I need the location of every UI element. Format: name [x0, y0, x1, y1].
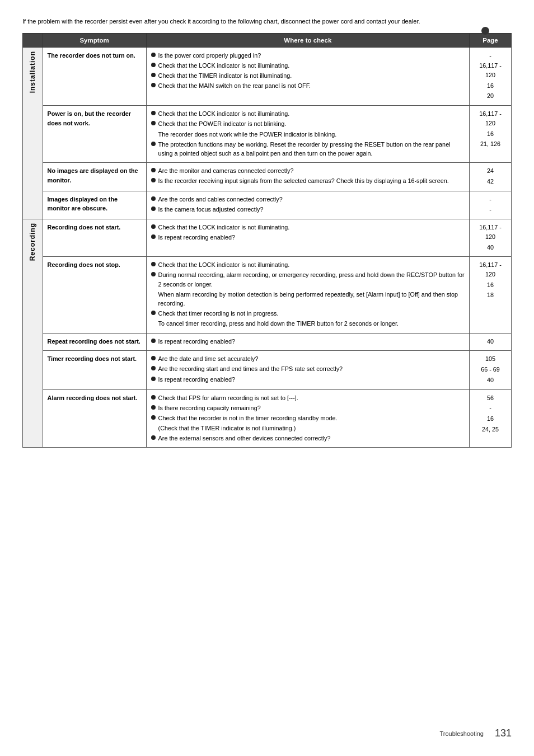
symptom-cell: Power is on, but the recorder does not w…: [43, 106, 146, 163]
check-text: Are the recording start and end times an…: [158, 364, 465, 373]
check-cell: Are the cords and cables connected corre…: [146, 191, 469, 219]
page-entry: 24, 25: [474, 425, 507, 434]
page-entry: 16: [474, 414, 507, 424]
page-entry: -: [474, 51, 507, 60]
bullet-item: During normal recording, alarm recording…: [151, 270, 465, 288]
bullet-item: Is the power cord properly plugged in?: [151, 51, 465, 60]
page-cell: 16,117 - 1201618: [470, 257, 512, 333]
page-entry: 16,117 - 120: [474, 260, 507, 279]
section-label-recording: Recording: [23, 219, 43, 448]
page-entry: 16,117 - 120: [474, 61, 507, 79]
check-text: Check that the LOCK indicator is not ill…: [158, 223, 465, 232]
bullet-item: Check that the MAIN switch on the rear p…: [151, 81, 465, 90]
page-entry: 66 - 69: [474, 365, 507, 374]
symptom-cell: Recording does not stop.: [43, 257, 146, 333]
bullet-item: The protection functions may be working.…: [151, 140, 465, 158]
bullet-icon: [151, 405, 156, 410]
page-entry: -: [474, 403, 507, 413]
page-entry: 40: [474, 337, 507, 346]
check-text: Check that the TIMER indicator is not il…: [158, 71, 465, 80]
page-entry: 16,117 - 120: [474, 223, 507, 241]
bullet-item: Is repeat recording enabled?: [151, 375, 465, 384]
check-text: Is repeat recording enabled?: [158, 375, 465, 384]
bullet-item: Are the recording start and end times an…: [151, 364, 465, 373]
sub-check-text: The recorder does not work while the POW…: [158, 130, 465, 139]
bullet-item: Check that FPS for alarm recording is no…: [151, 393, 465, 402]
footer-label: Troubleshooting: [439, 730, 483, 737]
symptom-cell: Alarm recording does not start.: [43, 389, 146, 448]
check-text: Are the date and time set accurately?: [158, 354, 465, 363]
check-cell: Check that the LOCK indicator is not ill…: [146, 219, 469, 257]
col-header-check: Where to check: [146, 33, 469, 47]
check-text: Is the power cord properly plugged in?: [158, 51, 465, 60]
bullet-item: Are the external sensors and other devic…: [151, 434, 465, 443]
bullet-item: Is repeat recording enabled?: [151, 233, 465, 242]
bullet-icon: [151, 178, 156, 182]
check-text: Are the cords and cables connected corre…: [158, 195, 465, 204]
page-entry: -: [474, 195, 507, 204]
bullet-icon: [151, 196, 156, 201]
page-cell: 10566 - 6940: [470, 351, 512, 389]
check-cell: Check that the LOCK indicator is not ill…: [146, 257, 469, 333]
page-entry: 105: [474, 354, 507, 364]
check-cell: Check that FPS for alarm recording is no…: [146, 389, 469, 448]
page-entry: 56: [474, 393, 507, 403]
bullet-icon: [151, 121, 156, 125]
bullet-item: Check that the LOCK indicator is not ill…: [151, 260, 465, 269]
check-text: Check that FPS for alarm recording is no…: [158, 393, 465, 402]
check-cell: Are the date and time set accurately?Are…: [146, 351, 469, 389]
check-text: Is repeat recording enabled?: [158, 233, 465, 242]
page-entry: 21, 126: [474, 139, 507, 149]
symptom-cell: Images displayed on the monitor are obsc…: [43, 191, 146, 219]
col-header-symptom: Symptom: [43, 33, 146, 47]
check-cell: Is the power cord properly plugged in?Ch…: [146, 47, 469, 106]
bullet-icon: [151, 111, 156, 115]
page-cell: --: [470, 191, 512, 219]
symptom-cell: The recorder does not turn on.: [43, 47, 146, 106]
bullet-icon: [151, 339, 156, 343]
page-entry: 16: [474, 81, 507, 91]
check-text: During normal recording, alarm recording…: [158, 270, 465, 288]
bullet-icon: [151, 415, 156, 420]
bullet-item: Check that the LOCK indicator is not ill…: [151, 61, 465, 70]
bullet-icon: [151, 395, 156, 400]
page-entry: -: [474, 205, 507, 214]
check-text: Check that the LOCK indicator is not ill…: [158, 109, 465, 118]
bullet-icon: [151, 377, 156, 381]
check-text: Is repeat recording enabled?: [158, 337, 465, 346]
symptom-cell: Recording does not start.: [43, 219, 146, 257]
bullet-item: Check that the recorder is not in the ti…: [151, 414, 465, 422]
check-text: Check that the LOCK indicator is not ill…: [158, 61, 465, 70]
check-text: Are the external sensors and other devic…: [158, 434, 465, 443]
page-entry: 42: [474, 177, 507, 186]
bullet-icon: [151, 63, 156, 67]
page-entry: 18: [474, 290, 507, 300]
bullet-item: Check that the POWER indicator is not bl…: [151, 119, 465, 128]
footer-page-number: 131: [495, 727, 512, 739]
page-entry: 16: [474, 280, 507, 290]
page-footer: Troubleshooting 131: [439, 727, 512, 739]
bullet-icon: [151, 366, 156, 370]
page-entry: 20: [474, 91, 507, 101]
col-header-section: [23, 33, 43, 47]
check-text: Check that the MAIN switch on the rear p…: [158, 81, 465, 90]
bullet-item: Is there recording capacity remaining?: [151, 403, 465, 412]
page-cell: 2442: [470, 163, 512, 191]
symptom-cell: No images are displayed on the monitor.: [43, 163, 146, 191]
bullet-icon: [151, 356, 156, 360]
bullet-item: Check that timer recording is not in pro…: [151, 309, 465, 318]
bullet-item: Check that the LOCK indicator is not ill…: [151, 223, 465, 232]
page-cell: 16,117 - 1201621, 126: [470, 106, 512, 163]
page-cell: 40: [470, 333, 512, 351]
page-cell: 56-1624, 25: [470, 389, 512, 448]
col-header-page: Page: [470, 33, 512, 47]
page-marker: [481, 27, 489, 35]
bullet-icon: [151, 224, 156, 229]
check-text: Are the monitor and cameras connected co…: [158, 166, 465, 175]
bullet-item: Is the camera focus adjusted correctly?: [151, 205, 465, 214]
check-text: Check that timer recording is not in pro…: [158, 309, 465, 318]
check-cell: Are the monitor and cameras connected co…: [146, 163, 469, 191]
section-label-installation: Installation: [23, 47, 43, 219]
bullet-icon: [151, 53, 156, 57]
bullet-item: Are the date and time set accurately?: [151, 354, 465, 363]
